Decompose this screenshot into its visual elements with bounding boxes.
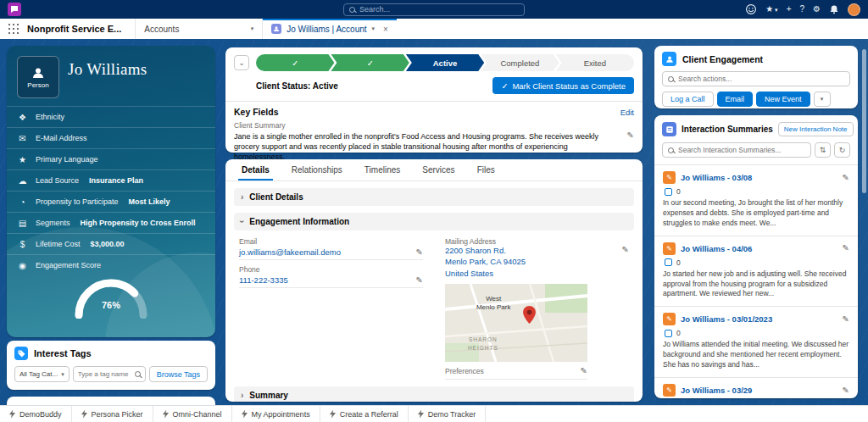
user-avatar[interactable] [848, 3, 860, 16]
global-search-input[interactable] [359, 5, 519, 14]
client-engagement-title: Client Engagement [682, 54, 763, 64]
utility-persona-picker[interactable]: Persona Picker [72, 406, 153, 422]
tab-files[interactable]: Files [466, 159, 506, 180]
tab-relationships[interactable]: Relationships [281, 159, 353, 180]
new-event-button[interactable]: New Event [756, 92, 810, 107]
global-search[interactable] [343, 3, 525, 16]
field-engagement-score[interactable]: ◉ Engagement Score [7, 254, 215, 275]
record-type-label: Person [27, 81, 48, 89]
address-map[interactable]: WestMenlo Park SHARONHEIGHTS [445, 284, 587, 362]
tab-timelines[interactable]: Timelines [353, 159, 411, 180]
path-collapse-button[interactable]: ⌄ [234, 55, 249, 70]
browse-tags-button[interactable]: Browse Tags [149, 366, 208, 382]
segments-icon: ▤ [17, 219, 28, 228]
help-icon[interactable]: ? [799, 3, 804, 15]
tag-category-select[interactable]: All Tag Cat... ▾ [14, 366, 70, 382]
utility-omni-channel[interactable]: Omni-Channel [153, 406, 232, 422]
field-lead-source[interactable]: ☁ Lead Source Insurance Plan [7, 169, 215, 191]
edit-pencil-icon[interactable]: ✎ [416, 248, 423, 257]
main-workspace: Person Jo Williams ❖ Ethnicity ✉ E-Mail … [0, 39, 868, 405]
log-a-call-button[interactable]: Log a Call [662, 92, 714, 107]
nav-tab-jo-williams-account[interactable]: Jo Williams | Account ▾ × [262, 19, 397, 39]
field-segments[interactable]: ▤ Segments High Propensity to Cross Enro… [7, 212, 215, 233]
path-stage-exited[interactable]: Exited [556, 54, 634, 71]
section-summary[interactable]: › Summary [234, 386, 634, 402]
actions-search-input[interactable] [678, 75, 844, 83]
field-email-address[interactable]: ✉ E-Mail Address [7, 127, 215, 148]
field-value: High Propensity to Cross Enroll [81, 219, 196, 227]
note-icon: ✎ [663, 171, 676, 184]
field-primary-language[interactable]: ★ Primary Language [7, 148, 215, 169]
edit-pencil-icon[interactable]: ✎ [627, 131, 634, 162]
summary-title-link[interactable]: Jo Williams - 04/06 [681, 244, 752, 253]
summaries-search-input[interactable] [678, 146, 805, 154]
refresh-button[interactable]: ↻ [834, 142, 850, 158]
close-tab-icon[interactable]: × [383, 25, 388, 34]
tab-services[interactable]: Services [411, 159, 465, 180]
notifications-bell-icon[interactable] [829, 3, 839, 15]
sort-button[interactable]: ⇅ [815, 142, 831, 158]
client-status-label: Client Status: Active [256, 81, 338, 91]
tab-details[interactable]: Details [231, 159, 281, 180]
bolt-icon [330, 409, 336, 419]
setup-gear-icon[interactable]: ⚙ [813, 3, 821, 15]
reaction-count: 0 [676, 187, 681, 196]
bolt-icon [81, 409, 87, 419]
summary-title-link[interactable]: Jo Williams - 03/01/2023 [681, 314, 772, 324]
more-actions-dropdown[interactable]: ▾ [814, 92, 831, 107]
utility-create-a-referral[interactable]: Create a Referral [320, 406, 409, 422]
chevron-down-icon[interactable]: ▾ [251, 25, 254, 32]
salesforce-logo-icon[interactable] [8, 3, 21, 16]
reactions-icon [665, 330, 672, 337]
edit-link[interactable]: Edit [620, 108, 634, 117]
utility-my-appointments[interactable]: My Appointments [232, 406, 320, 422]
chevron-down-icon: ▾ [61, 371, 64, 378]
utility-demobuddy[interactable]: DemoBuddy [0, 406, 72, 422]
favorites-star-icon[interactable]: ★▾ [765, 3, 777, 15]
edit-pencil-icon[interactable]: ✎ [622, 246, 629, 279]
section-client-details[interactable]: › Client Details [234, 188, 634, 206]
einstein-icon[interactable] [745, 3, 757, 15]
check-icon: ✓ [292, 58, 298, 68]
search-icon [668, 147, 674, 153]
summary-title-link[interactable]: Jo Williams - 03/08 [681, 173, 752, 182]
phone-value-link[interactable]: 111-222-3335 [239, 275, 288, 285]
mailing-address-link[interactable]: 2200 Sharon Rd. Menlo Park, CA 94025 Uni… [445, 246, 526, 279]
summary-preview-text: Jo Williams attended the initial meeting… [663, 340, 849, 370]
nav-tab-accounts[interactable]: Accounts ▾ [135, 19, 262, 39]
edit-pencil-icon[interactable]: ✎ [416, 276, 423, 285]
summaries-search[interactable] [662, 142, 811, 158]
bolt-icon [418, 409, 424, 419]
interaction-summaries-title: Interaction Summaries [682, 125, 773, 134]
section-engagement-information[interactable]: › Engagement Information [234, 213, 634, 230]
quick-add-icon[interactable]: + [787, 3, 792, 15]
divider [225, 101, 643, 102]
field-ethnicity[interactable]: ❖ Ethnicity [7, 106, 215, 127]
email-button[interactable]: Email [717, 92, 754, 107]
app-name: Nonprofit Service E... [27, 24, 121, 34]
field-propensity[interactable]: ◔ Propensity to Participate Most Likely [7, 191, 215, 212]
path-stage-active[interactable]: Active [406, 54, 484, 71]
mark-status-complete-button[interactable]: ✓ Mark Client Status as Complete [492, 77, 634, 94]
field-lifetime-cost[interactable]: $ Lifetime Cost $3,000.00 [7, 233, 215, 254]
summary-title-link[interactable]: Jo Williams - 03/29 [681, 386, 752, 395]
tag-name-input[interactable] [78, 370, 131, 378]
chevron-down-icon[interactable]: ▾ [372, 25, 376, 32]
path-stage-1-complete[interactable]: ✓ [256, 54, 334, 71]
interaction-summary-item: ✎ Jo Williams - 04/06 ✎ 0 Jo started her… [654, 236, 858, 308]
edit-pencil-icon[interactable]: ✎ [843, 315, 849, 324]
email-value-link[interactable]: jo.williams@fakeemail.demo [239, 247, 341, 257]
edit-pencil-icon[interactable]: ✎ [843, 244, 849, 253]
path-stage-2-complete[interactable]: ✓ [331, 54, 409, 71]
edit-pencil-icon[interactable]: ✎ [843, 174, 849, 182]
app-launcher-icon[interactable] [8, 23, 19, 35]
edit-pencil-icon[interactable]: ✎ [581, 367, 587, 375]
edit-pencil-icon[interactable]: ✎ [843, 386, 849, 395]
lead-source-icon: ☁ [17, 176, 28, 186]
scrollbar[interactable] [862, 49, 866, 193]
new-interaction-note-button[interactable]: New Interaction Note [778, 122, 854, 136]
actions-search[interactable] [662, 71, 850, 86]
utility-demo-tracker[interactable]: Demo Tracker [409, 406, 487, 422]
tag-search-field[interactable] [73, 366, 146, 382]
path-stage-completed[interactable]: Completed [481, 54, 559, 71]
